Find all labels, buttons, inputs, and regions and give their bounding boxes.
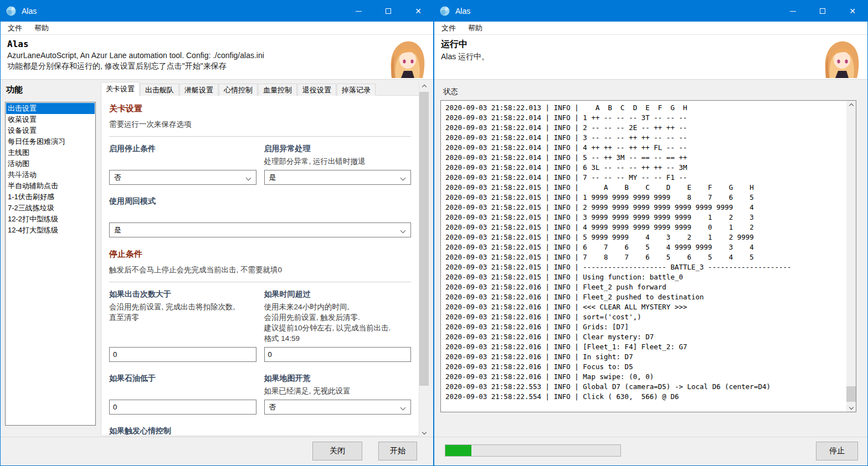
start-button[interactable]: 开始 [378,442,417,460]
sidebar-item[interactable]: 12-4打大型练级 [6,225,95,236]
menu-help[interactable]: 帮助 [466,22,484,34]
log-line: 2020-09-03 21:58:22.014 | INFO | 1 ++ --… [445,113,845,123]
field-enable-stop: 启用停止条件 否 [109,144,256,185]
tab-4[interactable]: 血量控制 [258,84,297,96]
scroll-up-icon[interactable] [419,82,429,91]
menu-file[interactable]: 文件 [440,22,458,34]
field-if-time: 如果时间超过 使用未来24小时内的时间, 会沿用先前设置, 触发后清零. 建议提… [264,289,412,362]
minimize-button[interactable] [343,1,373,22]
select-value: 否 [269,402,276,412]
log-scrollbar[interactable] [846,101,856,412]
tab-3[interactable]: 心情控制 [219,84,258,96]
tab-6[interactable]: 掉落记录 [337,84,376,96]
maximize-icon [386,8,391,14]
scroll-up-icon[interactable] [846,101,856,110]
run-status-title: 运行中 [441,39,861,50]
field-if-map: 如果地图开荒 如果已经满足, 无视此设置 否 [264,374,412,415]
app-icon [439,6,450,17]
window-title: Alas [455,7,470,15]
log-line: 2020-09-03 21:58:22.015 | INFO | A B C D… [445,183,845,193]
enable-stop-select[interactable]: 否 [109,170,256,185]
if-count-input[interactable] [109,347,256,362]
scroll-down-icon[interactable] [846,402,856,412]
select-value: 是 [114,225,121,235]
tab-strip: 关卡设置出击舰队潜艇设置心情控制血量控制退役设置掉落记录 [101,82,376,96]
sidebar-item[interactable]: 出击设置 [6,103,95,114]
app-header: 运行中 Alas 运行中。 [434,35,867,80]
sidebar-item[interactable]: 共斗活动 [6,169,95,180]
log-line: 2020-09-03 21:58:22.015 | INFO | 1 9999 … [445,193,845,203]
sidebar-item[interactable]: 半自动辅助点击 [6,180,95,191]
close-app-button[interactable]: 关闭 [312,442,362,460]
section-desc: 需要运行一次来保存选项 [109,120,411,130]
chevron-down-icon [400,228,406,234]
maximize-button[interactable] [373,1,403,22]
sidebar-list[interactable]: 出击设置收菜设置设备设置每日任务困难演习主线图活动图共斗活动半自动辅助点击1-1… [5,102,96,426]
field-label: 如果石油低于 [109,374,256,384]
sidebar-item[interactable]: 12-2打中型练级 [6,214,95,225]
menu-help[interactable]: 帮助 [33,22,50,34]
log-line: 2020-09-03 21:58:22.014 | INFO | 2 -- --… [445,123,845,133]
close-icon: ✕ [849,7,856,15]
app-icon [6,6,17,17]
run-status-subtitle: Alas 运行中。 [441,52,861,62]
sidebar-item[interactable]: 活动图 [6,158,95,169]
minimize-icon [356,11,362,12]
field-enable-exception: 启用异常处理 处理部分异常, 运行出错时撤退 是 [264,144,412,185]
sidebar-item[interactable]: 1-1伏击刷好感 [6,191,95,203]
log-line: 2020-09-03 21:58:22.014 | INFO | 7 -- --… [445,173,845,183]
stop-button[interactable]: 停止 [816,442,858,460]
maximize-icon [820,8,825,14]
tab-2[interactable]: 潜艇设置 [179,84,218,96]
chevron-down-icon [245,175,251,181]
log-line: 2020-09-03 21:58:22.015 | INFO | 2 9999 … [445,203,845,213]
scroll-down-icon[interactable] [419,427,429,437]
log-line: 2020-09-03 21:58:22.553 | INFO | Global … [445,382,845,392]
close-button[interactable]: ✕ [838,1,867,22]
scrollbar-thumb[interactable] [846,386,856,402]
sidebar-item[interactable]: 设备设置 [6,125,95,136]
field-desc: 如果已经满足, 无视此设置 [264,386,412,396]
titlebar[interactable]: Alas ✕ [1,1,433,22]
sidebar-title: 功能 [6,85,23,95]
log-line: 2020-09-03 21:58:22.016 | INFO | Fleet_2… [445,282,845,292]
log-line: 2020-09-03 21:58:22.014 | INFO | 3 -- --… [445,133,845,143]
avatar [387,38,427,78]
divider [109,282,411,282]
settings-form: 关卡设置 需要运行一次来保存选项 启用停止条件 否 启 [101,95,419,436]
progress-bar [445,444,621,457]
close-icon: ✕ [415,7,422,15]
log-line: 2020-09-03 21:58:22.016 | INFO | [Fleet_… [445,342,845,352]
divider [109,136,411,137]
enable-exception-select[interactable]: 是 [264,170,412,185]
app-note: 功能都是分别保存和运行的, 修改设置后别忘了点击"开始"来保存 [7,61,427,71]
minimize-button[interactable] [778,1,808,22]
app-title: Alas [7,39,427,49]
log-line: 2020-09-03 21:58:22.016 | INFO | In sigh… [445,352,845,362]
tab-0[interactable]: 关卡设置 [101,82,140,96]
close-button[interactable]: ✕ [403,1,433,22]
sidebar-item[interactable]: 主线图 [6,147,95,158]
log-line: 2020-09-03 21:58:22.014 | INFO | 4 ++ ++… [445,143,845,153]
field-label: 使用周回模式 [109,196,411,206]
tab-5[interactable]: 退役设置 [297,84,336,96]
titlebar[interactable]: Alas ✕ [434,1,867,22]
sidebar-item[interactable]: 每日任务困难演习 [6,136,95,147]
log-line: 2020-09-03 21:58:22.016 | INFO | Focus t… [445,362,845,372]
tab-1[interactable]: 出击舰队 [140,84,179,96]
if-time-input[interactable] [264,347,412,362]
desktop: Alas ✕ 文件 帮助 Alas AzurLaneAutoScript, An… [0,0,868,466]
field-if-count: 如果出击次数大于 会沿用先前设置, 完成出击将扣除次数, 直至清零 [109,289,256,362]
field-if-oil: 如果石油低于 [109,374,256,415]
use-loop-select[interactable]: 是 [109,222,411,237]
sidebar-item[interactable]: 收菜设置 [6,114,95,125]
sidebar-item[interactable]: 7-2三战拣垃圾 [6,203,95,214]
form-scrollbar[interactable] [419,82,428,437]
maximize-button[interactable] [808,1,838,22]
menu-file[interactable]: 文件 [6,22,24,34]
if-map-select[interactable]: 否 [264,400,412,415]
log-line: 2020-09-03 21:58:22.014 | INFO | 6 3L --… [445,163,845,173]
if-oil-input[interactable] [109,400,256,415]
field-desc: 处理部分异常, 运行出错时撤退 [264,156,412,167]
scrollbar-thumb[interactable] [419,92,429,386]
